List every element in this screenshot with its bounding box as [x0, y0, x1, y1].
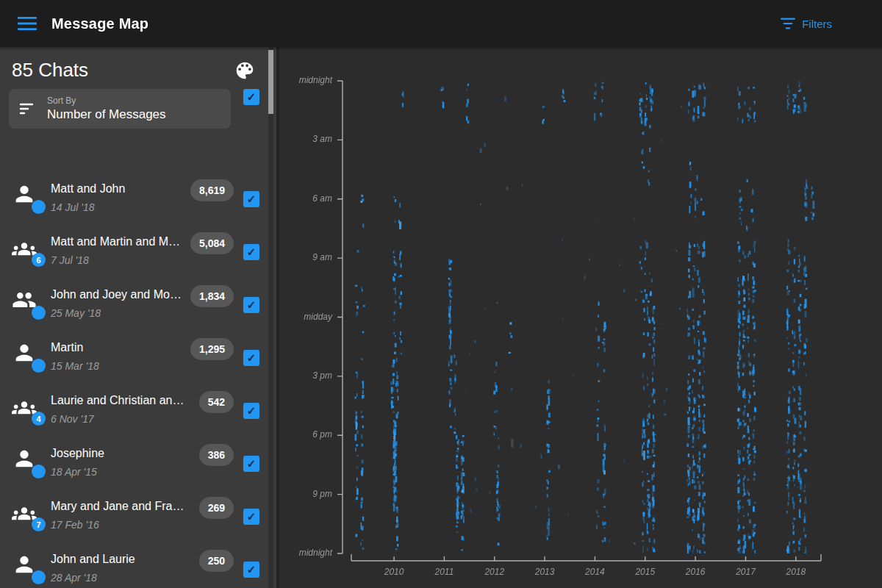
chat-name: Mary and Jane and Fra…: [51, 500, 199, 513]
sort-icon: [19, 102, 35, 115]
chat-date: 17 Feb '16: [51, 519, 199, 531]
member-count-badge: 7: [32, 517, 46, 531]
chat-list-item[interactable]: 4 Laurie and Christian an… 6 Nov '17 542: [0, 384, 271, 437]
scatter-canvas[interactable]: [279, 47, 882, 588]
chat-date: 18 Apr '15: [51, 466, 199, 478]
chat-name: John and Joey and Mo…: [51, 288, 190, 301]
sort-by-dropdown[interactable]: Sort By Number of Messages: [9, 89, 231, 129]
message-count-badge: 250: [199, 550, 234, 572]
chat-text: John and Joey and Mo… 25 May '18: [51, 288, 190, 331]
message-count-badge: 8,619: [190, 179, 234, 201]
message-count-badge: 542: [199, 391, 234, 413]
member-count-badge: 4: [32, 412, 46, 426]
message-scatter-chart: midnight3 am6 am9 ammidday3 pm6 pm9 pmmi…: [279, 47, 882, 588]
avatar: 6: [12, 234, 37, 259]
chat-checkbox[interactable]: [243, 297, 259, 313]
avatar: [12, 340, 37, 365]
chat-list-item[interactable]: 6 Matt and Martin and M… 7 Jul '18 5,084: [0, 225, 271, 278]
member-count-badge: [32, 359, 46, 373]
avatar: [12, 182, 37, 207]
message-count-badge: 269: [199, 497, 234, 519]
chat-checkbox[interactable]: [243, 403, 259, 419]
chat-name: Josephine: [51, 447, 199, 460]
chat-text: Matt and John 14 Jul '18: [51, 182, 190, 225]
chat-list: Matt and John 14 Jul '18 8,619 6 Matt an…: [0, 172, 271, 588]
chat-checkbox[interactable]: [243, 350, 259, 366]
avatar: 7: [12, 499, 37, 524]
more-options-icon[interactable]: [858, 13, 864, 34]
chat-name: Matt and John: [51, 182, 190, 196]
chat-checkbox[interactable]: [243, 562, 259, 578]
message-count-badge: 5,084: [190, 232, 234, 254]
filter-icon: [780, 17, 796, 30]
member-count-badge: [32, 465, 46, 478]
chat-date: 14 Jul '18: [51, 201, 190, 213]
chat-name: Martin: [51, 341, 190, 354]
chat-date: 28 Apr '18: [51, 572, 199, 584]
chat-checkbox[interactable]: [243, 244, 259, 260]
chat-list-item[interactable]: Martin 15 Mar '18 1,295: [0, 331, 271, 384]
chat-checkbox[interactable]: [243, 509, 259, 525]
scrollbar-thumb[interactable]: [268, 50, 273, 114]
chat-name: Matt and Martin and M…: [51, 235, 190, 248]
message-count-badge: 386: [199, 444, 234, 466]
chat-sidebar: 85 Chats Sort By Number of Messages: [0, 47, 276, 588]
app-title: Message Map: [51, 15, 148, 32]
member-count-badge: [32, 306, 46, 320]
chat-count-title: 85 Chats: [12, 59, 88, 82]
palette-icon[interactable]: [234, 60, 256, 82]
chat-text: John and Laurie 28 Apr '18: [51, 553, 199, 588]
chat-list-item[interactable]: 7 Mary and Jane and Fra… 17 Feb '16 269: [0, 490, 271, 542]
chat-date: 6 Nov '17: [51, 413, 199, 425]
chat-text: Laurie and Christian an… 6 Nov '17: [51, 394, 199, 437]
sidebar-scrollbar[interactable]: [268, 47, 273, 588]
chat-checkbox[interactable]: [243, 191, 259, 207]
chat-text: Mary and Jane and Fra… 17 Feb '16: [51, 500, 199, 542]
sort-row: Sort By Number of Messages: [0, 86, 276, 132]
avatar: 4: [12, 393, 37, 418]
avatar: [12, 287, 37, 312]
filters-button[interactable]: Filters: [780, 17, 832, 30]
chat-list-item[interactable]: Matt and John 14 Jul '18 8,619: [0, 172, 271, 225]
chat-list-item[interactable]: John and Joey and Mo… 25 May '18 1,834: [0, 278, 271, 331]
member-count-badge: 6: [32, 253, 46, 267]
chat-text: Matt and Martin and M… 7 Jul '18: [51, 235, 190, 278]
message-map-app: Message Map Filters 85 Chats: [0, 0, 882, 588]
message-count-badge: 1,834: [190, 285, 234, 307]
avatar: [12, 552, 37, 577]
chat-date: 25 May '18: [51, 307, 190, 319]
member-count-badge: [32, 570, 46, 584]
chat-list-item[interactable]: John and Laurie 28 Apr '18 250: [0, 542, 271, 588]
sort-by-value: Number of Messages: [47, 107, 166, 122]
sidebar-header: 85 Chats: [0, 47, 276, 86]
chat-date: 15 Mar '18: [51, 360, 190, 372]
avatar: [12, 446, 37, 471]
message-count-badge: 1,295: [190, 338, 234, 360]
member-count-badge: [32, 200, 46, 214]
chat-name: John and Laurie: [51, 553, 199, 566]
chat-checkbox[interactable]: [243, 456, 259, 472]
sort-by-label: Sort By: [47, 96, 166, 106]
chat-date: 7 Jul '18: [51, 254, 190, 266]
select-all-checkbox[interactable]: [243, 89, 259, 105]
chat-text: Josephine 18 Apr '15: [51, 447, 199, 490]
top-bar: Message Map Filters: [0, 0, 882, 47]
menu-icon[interactable]: [18, 16, 37, 31]
chat-name: Laurie and Christian an…: [51, 394, 199, 407]
filters-label: Filters: [802, 18, 832, 30]
chat-list-item[interactable]: Josephine 18 Apr '15 386: [0, 437, 271, 490]
chat-text: Martin 15 Mar '18: [51, 341, 190, 384]
